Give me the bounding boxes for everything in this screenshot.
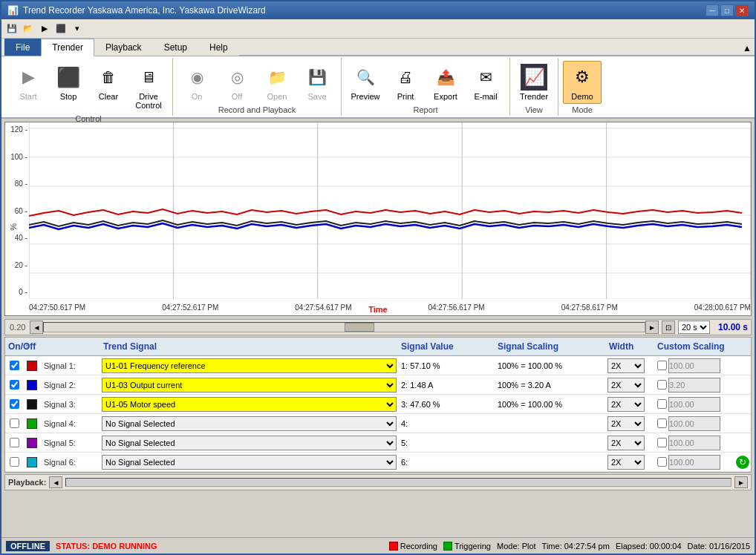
playback-left-button[interactable]: ◄ [49, 476, 62, 488]
current-time-value: 10.00 s [710, 322, 751, 332]
signal4-dropdown[interactable]: No Signal Selected [102, 416, 397, 431]
scroll-thumb[interactable] [345, 323, 374, 332]
off-button[interactable]: ◎ Off [218, 61, 256, 104]
signal6-dropdown[interactable]: No Signal Selected [102, 455, 397, 470]
signal4-checkbox[interactable] [10, 418, 19, 428]
signal6-width-select[interactable]: 2X [607, 455, 645, 470]
demo-status: STATUS: DEMO RUNNING [56, 542, 157, 551]
signal2-dropdown[interactable]: U1-03 Output current [102, 378, 397, 393]
start-button[interactable]: ▶ Start [9, 61, 48, 104]
maximize-button[interactable]: □ [720, 4, 734, 16]
signal4-dropdown-cell: No Signal Selected [100, 416, 398, 432]
tab-file[interactable]: File [4, 39, 41, 56]
scroll-value: 0.20 [5, 323, 30, 332]
y-axis-label: % [9, 223, 18, 231]
export-button[interactable]: 📤 Export [426, 61, 465, 104]
signal4-custom-checkbox[interactable] [657, 418, 667, 428]
signal4-custom-cell [654, 416, 751, 432]
signal5-checkbox[interactable] [10, 438, 19, 447]
time-range-select[interactable]: 20 s 30 s 1 m 2 m [678, 321, 710, 334]
signal5-color-cell [23, 438, 41, 448]
scroll-left-button[interactable]: ◄ [30, 321, 43, 334]
signal6-label: Signal 6: [41, 456, 100, 468]
signal6-scaling [495, 461, 606, 464]
playback-scroll-track[interactable] [65, 478, 731, 487]
tab-playback[interactable]: Playback [94, 39, 153, 56]
open-button[interactable]: 📁 Open [258, 61, 296, 104]
stop-button[interactable]: ⬛ Stop [49, 61, 88, 104]
quick-dropdown-button[interactable]: ▾ [70, 22, 85, 36]
signal6-custom-checkbox[interactable] [657, 457, 667, 467]
y-tick-100: 100 - [5, 153, 29, 161]
signal2-custom-input[interactable] [668, 378, 720, 393]
tab-trender[interactable]: Trender [41, 39, 94, 56]
chart-scrollbar: 0.20 ◄ ► ⊡ 20 s 30 s 1 m 2 m 10.00 s [4, 319, 752, 335]
on-button[interactable]: ◉ On [177, 61, 216, 104]
header-trend-signal: Trend Signal [100, 340, 398, 353]
signal4-color-cell [23, 418, 41, 429]
scroll-page-button[interactable]: ⊡ [659, 321, 678, 334]
signal6-checkbox[interactable] [10, 457, 19, 467]
signal3-scaling: 100% = 100.00 % [495, 398, 606, 410]
signal6-value: 6: [398, 456, 495, 468]
signal5-dropdown[interactable]: No Signal Selected [102, 436, 397, 450]
minimize-button[interactable]: ─ [706, 4, 719, 16]
email-button[interactable]: ✉ E-mail [466, 61, 505, 104]
demo-button[interactable]: ⚙ Demo [563, 61, 602, 104]
y-tick-60: 60 - [5, 207, 29, 215]
header-width: Width [606, 340, 654, 353]
print-button[interactable]: 🖨 Print [386, 61, 425, 104]
signal4-width-select[interactable]: 2X [607, 416, 645, 431]
signal3-dropdown[interactable]: U1-05 Motor speed [102, 397, 397, 412]
signal-refresh-button[interactable]: ↻ [736, 456, 749, 469]
scroll-right-button[interactable]: ► [645, 321, 659, 334]
chart-svg [29, 122, 751, 299]
signal2-width-select[interactable]: 2X [607, 378, 645, 393]
signal2-custom-checkbox[interactable] [657, 380, 667, 390]
tab-setup[interactable]: Setup [153, 39, 198, 56]
y-tick-40: 40 - [5, 234, 29, 242]
scroll-track[interactable] [43, 322, 645, 332]
signal5-custom-input[interactable] [668, 436, 720, 450]
app-title: Trend Recorder Yaskawa America, Inc. Yas… [23, 5, 266, 16]
signal5-width-select[interactable]: 2X [607, 436, 645, 450]
quick-stop-button[interactable]: ⬛ [53, 22, 68, 36]
signal3-width-select[interactable]: 2X [607, 397, 645, 412]
signal1-dropdown[interactable]: U1-01 Frequency reference [102, 358, 397, 373]
ribbon-collapse-button[interactable]: ▲ [740, 42, 755, 56]
quick-play-button[interactable]: ▶ [37, 22, 52, 36]
signal1-custom-checkbox[interactable] [657, 361, 667, 370]
signal3-value: 3: 47.60 % [398, 398, 495, 410]
quick-save-button[interactable]: 💾 [4, 22, 19, 36]
save-button[interactable]: 💾 Save [298, 61, 336, 104]
signal1-custom-input[interactable] [668, 358, 720, 373]
header-signal-value: Signal Value [398, 340, 495, 353]
signal2-checkbox[interactable] [10, 380, 19, 390]
playback-right-button[interactable]: ► [734, 476, 748, 488]
signal6-custom-input[interactable] [668, 455, 720, 470]
signal3-checkbox[interactable] [10, 399, 19, 409]
signal2-color-box [27, 380, 37, 390]
signal3-width-cell: 2X [606, 396, 654, 413]
preview-button[interactable]: 🔍 Preview [346, 61, 385, 104]
signal-row-3: Signal 3: U1-05 Motor speed 3: 47.60 % 1… [5, 395, 751, 414]
clear-button[interactable]: 🗑 Clear [89, 61, 128, 104]
chart-area: 120 - 100 - 80 - 60 - 40 - 20 - 0 - % [4, 122, 752, 316]
quick-open-button[interactable]: 📂 [21, 22, 36, 36]
signal5-checkbox-cell [5, 438, 23, 447]
tab-help[interactable]: Help [198, 39, 239, 56]
drive-control-button[interactable]: 🖥 DriveControl [129, 61, 168, 113]
signal5-custom-checkbox[interactable] [657, 438, 667, 447]
header-on-off: On/Off [5, 340, 23, 353]
trender-view-button[interactable]: 📈 Trender [515, 61, 553, 104]
close-button[interactable]: ✕ [735, 4, 749, 16]
signal2-value: 2: 1.48 A [398, 379, 495, 391]
signal4-custom-input[interactable] [668, 416, 720, 431]
date-indicator: Date: 01/16/2015 [688, 542, 750, 551]
triggering-label: Triggering [454, 542, 491, 551]
signal1-width-select[interactable]: 2X1X3X [607, 358, 645, 373]
signal3-custom-input[interactable] [668, 397, 720, 412]
signal3-custom-checkbox[interactable] [657, 399, 667, 409]
signal1-checkbox[interactable] [10, 361, 19, 370]
header-arrow: ↑ [23, 340, 41, 353]
